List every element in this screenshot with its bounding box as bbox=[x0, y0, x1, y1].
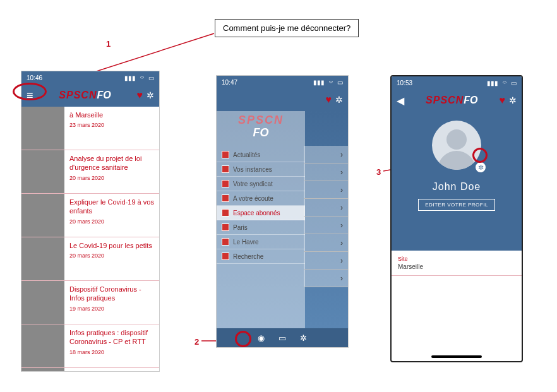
app-logo: SPSCNFO bbox=[33, 90, 137, 101]
heart-icon[interactable]: ♥ bbox=[137, 90, 143, 101]
article-title: Infos pratiques : dispositif Coronavirus… bbox=[69, 328, 154, 347]
list-row[interactable]: › bbox=[304, 146, 348, 163]
brand-part-1: SPSCN bbox=[59, 90, 97, 100]
menu-icon bbox=[222, 252, 229, 260]
article-thumbnail bbox=[21, 368, 64, 372]
article-title: Analyse du projet de loi d'urgence sanit… bbox=[69, 154, 154, 172]
list-row[interactable]: › bbox=[304, 270, 348, 287]
hamburger-icon[interactable]: ≡ bbox=[27, 90, 33, 101]
article-thumbnail bbox=[21, 324, 64, 367]
profile-site-row: Site Marseille bbox=[392, 251, 522, 276]
article-date: 20 mars 2020 bbox=[69, 252, 154, 259]
article-thumbnail bbox=[21, 150, 64, 193]
profile-username: John Doe bbox=[433, 181, 481, 193]
step-1-label: 1 bbox=[106, 39, 111, 49]
menu-item-le-havre[interactable]: Le Havre bbox=[217, 235, 305, 249]
article-item[interactable]: Pour vous inscrire sur bbox=[21, 368, 159, 372]
background-list: › › › › › › › › bbox=[304, 146, 348, 287]
article-item[interactable]: Infos pratiques : dispositif Coronavirus… bbox=[21, 324, 159, 368]
menu-item-label: Vos instances bbox=[233, 166, 272, 173]
status-bar: 10:47 ▮▮▮ ⌔ ▭ bbox=[217, 76, 348, 88]
app-logo: SPSCNFO bbox=[404, 95, 500, 106]
status-bar: 10:53 ▮▮▮ ⌔ ▭ bbox=[392, 76, 522, 89]
article-thumbnail bbox=[21, 281, 64, 324]
clock: 10:46 bbox=[27, 74, 42, 81]
menu-item-actualites[interactable]: Actualités bbox=[217, 148, 305, 162]
heart-icon[interactable]: ♥ bbox=[326, 94, 332, 105]
top-bar: ♥ ✲ bbox=[217, 88, 348, 111]
status-bar: 10:46 ▮▮▮ ⌔ ▭ bbox=[21, 71, 159, 84]
menu-icon bbox=[222, 238, 229, 246]
article-date: 19 mars 2020 bbox=[69, 306, 154, 312]
list-row[interactable]: › bbox=[304, 181, 348, 199]
article-thumbnail bbox=[21, 107, 64, 150]
gear-icon[interactable]: ✲ bbox=[509, 95, 517, 105]
gear-icon[interactable]: ✲ bbox=[335, 95, 343, 105]
screenshot-2: 10:47 ▮▮▮ ⌔ ▭ ♥ ✲ SPSCN FO Actualités Vo… bbox=[216, 75, 349, 348]
menu-item-label: Paris bbox=[233, 224, 248, 231]
status-icons: ▮▮▮ ⌔ ▭ bbox=[484, 80, 517, 86]
profile-header: ✲ John Doe EDITER VOTRE PROFIL bbox=[392, 112, 522, 251]
screenshot-1: 10:46 ▮▮▮ ⌔ ▭ ≡ SPSCNFO ♥ ✲ à Marseille … bbox=[21, 71, 160, 372]
article-title: à Marseille bbox=[69, 110, 154, 119]
list-row[interactable]: › bbox=[304, 163, 348, 181]
step-2-label: 2 bbox=[195, 337, 199, 347]
signal-icon: ▮▮▮ bbox=[487, 80, 498, 86]
side-menu-panel: Actualités Vos instances Votre syndicat … bbox=[217, 111, 305, 328]
signal-icon: ▮▮▮ bbox=[313, 79, 325, 86]
menu-item-label: Votre syndicat bbox=[233, 181, 273, 187]
article-item[interactable]: Dispositif Coronavirus - Infos pratiques… bbox=[21, 281, 159, 324]
wifi-icon: ⌔ bbox=[329, 79, 333, 86]
screenshot-3: 10:53 ▮▮▮ ⌔ ▭ ◀ SPSCNFO ♥ ✲ ✲ John Doe E… bbox=[390, 75, 523, 362]
menu-item-label: Le Havre bbox=[233, 239, 259, 246]
card-icon[interactable]: ▭ bbox=[278, 333, 286, 343]
wifi-icon: ⌔ bbox=[140, 74, 144, 81]
menu-item-vos-instances[interactable]: Vos instances bbox=[217, 162, 305, 177]
menu-item-a-votre-ecoute[interactable]: A votre écoute bbox=[217, 191, 305, 206]
list-row[interactable]: › bbox=[304, 199, 348, 217]
article-item[interactable]: Analyse du projet de loi d'urgence sanit… bbox=[21, 150, 159, 194]
avatar-settings-icon[interactable]: ✲ bbox=[474, 161, 487, 174]
gear-icon[interactable]: ✲ bbox=[147, 90, 154, 100]
article-item[interactable]: Le Covid-19 pour les petits 20 mars 2020 bbox=[21, 237, 159, 281]
clock: 10:47 bbox=[222, 79, 237, 86]
edit-profile-button[interactable]: EDITER VOTRE PROFIL bbox=[418, 199, 495, 211]
menu-icon bbox=[222, 165, 229, 173]
menu-item-paris[interactable]: Paris bbox=[217, 220, 305, 235]
menu-item-label: A votre écoute bbox=[233, 195, 273, 202]
article-item[interactable]: Expliquer le Covid-19 à vos enfants 20 m… bbox=[21, 194, 159, 237]
home-indicator bbox=[431, 355, 482, 358]
brand-part-2: FO bbox=[97, 90, 111, 100]
list-row[interactable]: › bbox=[304, 234, 348, 252]
article-date: 18 mars 2020 bbox=[69, 349, 154, 355]
list-row[interactable]: › bbox=[304, 217, 348, 234]
menu-item-espace-abonnes[interactable]: Espace abonnés bbox=[217, 206, 305, 220]
menu-icon bbox=[222, 180, 229, 187]
menu-item-recherche[interactable]: Recherche bbox=[217, 249, 305, 264]
status-icons: ▮▮▮ ⌔ ▭ bbox=[122, 74, 154, 81]
menu-item-label: Espace abonnés bbox=[233, 210, 280, 217]
site-value: Marseille bbox=[398, 263, 515, 270]
back-icon[interactable]: ◀ bbox=[397, 95, 404, 107]
battery-icon: ▭ bbox=[148, 74, 154, 81]
top-bar: ≡ SPSCNFO ♥ ✲ bbox=[21, 84, 159, 107]
article-item[interactable]: à Marseille 23 mars 2020 bbox=[21, 107, 159, 150]
menu-item-votre-syndicat[interactable]: Votre syndicat bbox=[217, 177, 305, 191]
heart-icon[interactable]: ♥ bbox=[500, 95, 506, 106]
menu-item-label: Recherche bbox=[233, 253, 263, 260]
menu-icon bbox=[222, 194, 229, 202]
settings-icon[interactable]: ✲ bbox=[300, 333, 307, 343]
instruction-question: Comment puis-je me déconnecter? bbox=[215, 19, 359, 37]
menu-icon bbox=[222, 223, 229, 231]
status-icons: ▮▮▮ ⌔ ▭ bbox=[311, 79, 343, 86]
menu-icon bbox=[222, 209, 229, 217]
list-row[interactable]: › bbox=[304, 252, 348, 270]
avatar bbox=[432, 121, 481, 170]
article-date: 23 mars 2020 bbox=[69, 122, 154, 128]
wifi-icon: ⌔ bbox=[503, 80, 506, 86]
article-thumbnail bbox=[21, 237, 64, 280]
article-date: 20 mars 2020 bbox=[69, 218, 154, 225]
menu-icon bbox=[222, 151, 229, 158]
battery-icon: ▭ bbox=[337, 79, 343, 86]
profile-icon[interactable]: ◉ bbox=[258, 333, 265, 343]
